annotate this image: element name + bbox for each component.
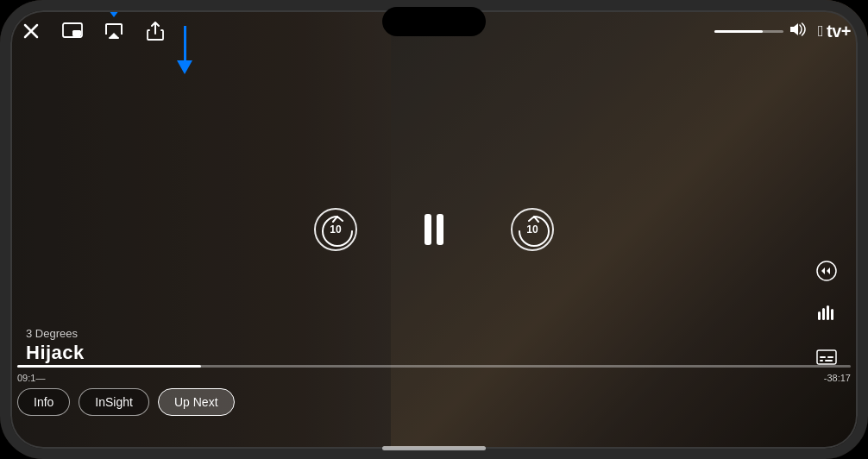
time-labels: 09:1— -38:17	[17, 373, 851, 383]
svg-rect-9	[831, 309, 833, 320]
tab-up-next[interactable]: Up Next	[158, 388, 235, 416]
rewind-button[interactable]: 10	[312, 206, 359, 253]
playback-controls: 10 10	[312, 206, 556, 253]
controls-overlay:  tv+ 10	[0, 0, 868, 459]
tv-plus-text: tv+	[827, 22, 851, 41]
svg-rect-11	[820, 356, 826, 358]
subtitles-button[interactable]	[811, 342, 842, 373]
playback-speed-button[interactable]	[811, 255, 842, 286]
right-controls	[811, 255, 842, 373]
episode-label: 3 Degrees	[26, 327, 85, 340]
pause-bar-right	[437, 214, 443, 245]
apple-tv-logo-area:  tv+	[714, 22, 851, 41]
title-info: 3 Degrees Hijack	[26, 327, 85, 364]
home-indicator	[382, 446, 486, 450]
svg-rect-12	[827, 356, 833, 358]
forward-circle: 10	[511, 208, 554, 251]
svg-rect-6	[818, 311, 821, 320]
progress-fill	[17, 365, 201, 368]
airplay-button[interactable]	[100, 17, 128, 45]
time-remaining: -38:17	[824, 373, 851, 383]
svg-rect-8	[827, 305, 829, 320]
arrow-head	[177, 60, 192, 74]
forward-seconds-label: 10	[526, 223, 538, 236]
apple-icon: 	[818, 22, 823, 41]
audio-button[interactable]	[811, 299, 842, 330]
share-button[interactable]	[142, 17, 169, 45]
bottom-tabs: Info InSight Up Next	[17, 388, 235, 416]
phone-container:  tv+ 10	[0, 0, 868, 459]
svg-rect-13	[820, 360, 823, 362]
pause-icon	[425, 214, 443, 245]
pause-bar-left	[425, 214, 431, 245]
svg-rect-3	[72, 30, 81, 36]
volume-control[interactable]	[714, 30, 783, 33]
volume-fill	[714, 30, 763, 33]
close-button[interactable]	[17, 17, 45, 45]
dynamic-island	[382, 7, 486, 36]
rewind-seconds-label: 10	[330, 223, 341, 236]
forward-button[interactable]: 10	[509, 206, 556, 253]
tab-insight[interactable]: InSight	[79, 388, 149, 416]
progress-track[interactable]	[17, 365, 851, 368]
progress-container[interactable]: 09:1— -38:17	[17, 365, 851, 383]
show-title: Hijack	[26, 342, 85, 364]
pause-button[interactable]	[411, 206, 457, 253]
svg-rect-14	[825, 360, 833, 362]
svg-rect-7	[822, 308, 825, 320]
volume-track	[714, 30, 783, 33]
arrow-shaft	[184, 26, 186, 60]
volume-icon	[789, 22, 806, 41]
apple-tv-plus-logo:  tv+	[818, 22, 851, 41]
tab-info[interactable]: Info	[17, 388, 70, 416]
time-current: 09:1—	[17, 373, 45, 383]
pip-button[interactable]	[59, 17, 86, 45]
svg-rect-4	[109, 37, 119, 39]
blue-arrow-indicator	[177, 26, 192, 74]
rewind-circle: 10	[314, 208, 357, 251]
